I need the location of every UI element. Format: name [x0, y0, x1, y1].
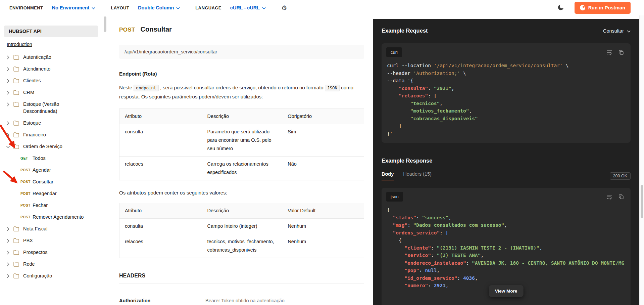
paragraph-text: Neste — [119, 85, 132, 90]
response-tabs: Body Headers (15) 200 OK — [382, 171, 631, 180]
sidebar-folder-rede[interactable]: Rede — [4, 258, 103, 270]
sidebar-folder-estoque[interactable]: Estoque — [4, 117, 103, 129]
method-badge: POST — [20, 202, 33, 209]
chevron-right-icon — [4, 251, 12, 255]
chevron-down-icon — [176, 5, 180, 10]
header-key: Authorization — [119, 298, 205, 303]
example-panel: Example Request Consultar curl curl --lo… — [373, 19, 639, 305]
table-cell: Parametro que será utilizado para encont… — [202, 124, 282, 157]
environment-select[interactable]: No Environment — [52, 5, 95, 10]
method-badge: GET — [20, 155, 33, 162]
sidebar-folder-atendimento[interactable]: Atendimento — [4, 63, 103, 75]
folder-icon — [13, 102, 19, 107]
sidebar-folder-financeiro[interactable]: Financeiro — [4, 129, 103, 141]
wrap-text-icon[interactable] — [606, 49, 612, 55]
tab-headers[interactable]: Headers (15) — [403, 171, 432, 180]
inline-code-endpoint: endpoint — [134, 85, 158, 91]
folder-icon — [13, 262, 19, 267]
sidebar-folder-clientes[interactable]: Clientes — [4, 75, 103, 87]
chevron-down-icon — [92, 5, 95, 10]
sidebar-folder-estoque-descontinuada[interactable]: Estoque (Versão Descontinuada) — [4, 98, 103, 117]
sidebar-folder-pbx[interactable]: PBX — [4, 235, 103, 247]
folder-icon — [13, 226, 19, 231]
page-scrollbar-thumb[interactable] — [641, 185, 643, 218]
inline-code-json: JSON — [325, 85, 340, 91]
gear-icon: ⚙ — [281, 5, 287, 11]
topbar: ENVIRONMENT No Environment LAYOUT Double… — [0, 0, 644, 15]
copy-icon[interactable] — [618, 194, 624, 200]
sidebar-folder-autenticacao[interactable]: Autenticação — [4, 51, 103, 63]
layout-select[interactable]: Double Column — [138, 5, 180, 10]
example-request-selector[interactable]: Consultar — [603, 28, 631, 34]
sidebar-folder-nota-fiscal[interactable]: Nota Fiscal — [4, 223, 103, 235]
postman-logo-icon — [580, 5, 585, 10]
table-row: relacoes Carrega os relacionamentos espe… — [119, 157, 364, 180]
authorization-row: Authorization Bearer Token obtido na aut… — [119, 298, 364, 303]
moon-icon — [557, 4, 564, 12]
folder-icon — [13, 121, 19, 126]
values-intro-text: Os atributos podem conter os seguintes v… — [119, 190, 364, 195]
folder-label: CRM — [23, 89, 34, 96]
sidebar-folder-prospectos[interactable]: Prospectos — [4, 247, 103, 258]
sidebar-request-fechar[interactable]: POST Fechar — [4, 200, 103, 211]
collection-title[interactable]: HUBSOFT API — [4, 26, 98, 37]
request-label: Remover Agendamento — [33, 214, 84, 221]
sidebar-request-remover-agendamento[interactable]: POST Remover Agendamento — [4, 211, 103, 223]
values-table: Atributo Descrição Valor Default consult… — [119, 203, 364, 258]
sidebar-request-todos[interactable]: GET Todos — [4, 152, 103, 164]
view-more-button[interactable]: View More — [489, 285, 524, 297]
section-title-endpoint: Endpoint (Rota) — [119, 71, 364, 77]
page-title: Consultar — [141, 26, 172, 33]
chevron-right-icon — [4, 239, 12, 243]
chevron-right-icon — [4, 67, 12, 71]
folder-icon — [13, 67, 19, 72]
sidebar-request-reagendar[interactable]: POST Reagendar — [4, 188, 103, 200]
tab-body[interactable]: Body — [382, 171, 394, 180]
sidebar: HUBSOFT API Introduction Autenticação At… — [0, 15, 103, 305]
section-title-headers: HEADERS — [119, 273, 364, 279]
folder-icon — [13, 238, 19, 243]
layout-label: LAYOUT — [111, 5, 129, 10]
table-row: relacoes tecnicos, motivos_fechamento, c… — [119, 234, 364, 258]
sidebar-folder-ordem-de-servico[interactable]: Ordem de Serviço — [4, 141, 103, 152]
environment-value: No Environment — [52, 5, 89, 10]
run-in-postman-button[interactable]: Run in Postman — [575, 2, 631, 14]
table-row: consulta Campo Inteiro (integer) Nenhum — [119, 219, 364, 234]
chevron-right-icon — [4, 91, 12, 95]
sidebar-request-agendar[interactable]: POST Agendar — [4, 164, 103, 176]
folder-label: Nota Fiscal — [23, 225, 48, 232]
column-header: Descrição — [202, 203, 282, 219]
request-label: Fechar — [33, 202, 48, 209]
sidebar-folder-configuracao[interactable]: Configuração — [4, 270, 103, 282]
wrap-text-icon[interactable] — [606, 194, 612, 200]
example-response-title: Example Response — [382, 158, 631, 164]
dark-mode-toggle[interactable] — [557, 4, 564, 12]
copy-icon[interactable] — [618, 50, 624, 55]
table-cell: Nenhum — [282, 219, 364, 234]
column-header: Obrigatório — [282, 109, 364, 124]
app-root: ENVIRONMENT No Environment LAYOUT Double… — [0, 0, 644, 305]
request-label: Consultar — [33, 178, 53, 185]
method-badge: POST — [20, 214, 33, 221]
sidebar-scrollbar-thumb[interactable] — [104, 16, 106, 32]
sidebar-item-introduction[interactable]: Introduction — [7, 42, 32, 47]
page-scrollbar[interactable] — [639, 0, 644, 305]
example-request-title: Example Request — [382, 28, 428, 34]
sidebar-folder-crm[interactable]: CRM — [4, 87, 103, 98]
curl-code: curl --location '/api/v1/integracao/orde… — [382, 60, 631, 143]
header-value: Bearer Token obtido na autenticação — [205, 298, 364, 303]
request-method-badge: POST — [119, 27, 135, 33]
environment-label: ENVIRONMENT — [9, 5, 43, 10]
table-cell: consulta — [119, 124, 202, 157]
sidebar-scrollbar[interactable] — [103, 15, 107, 305]
method-badge: POST — [20, 190, 33, 197]
folder-label: Prospectos — [23, 249, 48, 256]
language-select[interactable]: cURL - cURL — [230, 5, 266, 10]
column-header: Descrição — [202, 109, 282, 124]
settings-gear-button[interactable]: ⚙ — [281, 5, 287, 11]
folder-icon — [13, 132, 19, 137]
method-badge: POST — [20, 167, 33, 174]
chevron-right-icon — [4, 102, 12, 106]
column-header: Valor Default — [282, 203, 364, 219]
sidebar-request-consultar[interactable]: POST Consultar — [4, 176, 103, 188]
